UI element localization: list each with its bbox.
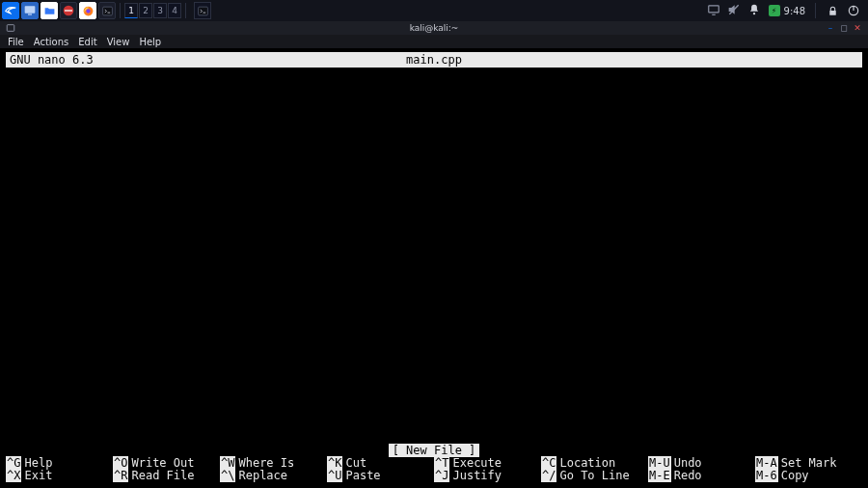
nano-editor-area[interactable] <box>6 68 862 444</box>
svg-rect-1 <box>28 14 32 14</box>
menu-view[interactable]: View <box>107 37 130 47</box>
nano-shortcut-key: M-A <box>755 456 778 470</box>
nano-shortcut-key: ^/ <box>541 469 556 482</box>
nano-shortcut: ^UPaste <box>327 470 434 482</box>
nano-shortcut-key: ^T <box>434 456 449 470</box>
volume-muted-icon[interactable] <box>726 2 742 19</box>
notifications-icon[interactable] <box>747 3 761 18</box>
nano-shortcut: ^\Replace <box>220 470 327 482</box>
power-icon <box>847 4 860 17</box>
nano-shortcut-label: Redo <box>674 469 702 482</box>
nano-shortcut-label: Read File <box>131 469 194 482</box>
taskbar-running-terminal[interactable] <box>194 2 211 19</box>
menu-help[interactable]: Help <box>139 37 161 47</box>
nano-shortcut-column: ^TExecute^JJustify <box>434 457 541 482</box>
nano-shortcut-key: ^O <box>113 456 128 470</box>
file-manager-button[interactable] <box>41 2 58 19</box>
nano-filename: main.cpp <box>406 53 462 67</box>
kali-logo-icon <box>4 4 17 17</box>
nano-shortcut-label: Go To Line <box>559 469 629 482</box>
nano-shortcut-column: M-UUndoM-ERedo <box>648 457 755 482</box>
svg-rect-3 <box>65 10 72 11</box>
firefox-button[interactable] <box>79 2 96 19</box>
svg-rect-8 <box>708 6 719 13</box>
nano-status-line: [ New File ] <box>6 444 862 457</box>
nano-shortcut-label: Undo <box>674 456 702 470</box>
nano-status-text: [ New File ] <box>389 444 480 457</box>
svg-rect-0 <box>25 6 36 13</box>
menu-file[interactable]: File <box>8 37 24 47</box>
clock-time: 9:48 <box>784 6 805 16</box>
nano-shortcut: ^/Go To Line <box>541 470 648 482</box>
nano-shortcut-label: Exit <box>24 469 52 482</box>
nano-shortcut-label: Cut <box>345 456 366 470</box>
window-maximize-button[interactable]: ◻ <box>839 23 849 33</box>
no-entry-icon <box>61 3 76 18</box>
nano-shortcut: ^RRead File <box>113 470 220 482</box>
window-close-button[interactable]: ✕ <box>853 23 862 33</box>
nano-shortcut-label: Write Out <box>131 456 194 470</box>
show-desktop-button[interactable] <box>21 2 39 19</box>
svg-rect-10 <box>829 10 836 14</box>
nano-shortcut-label: Help <box>24 456 52 470</box>
lock-screen-button[interactable] <box>826 4 839 17</box>
nano-titlebar: GNU nano 6.3 main.cpp <box>6 52 862 68</box>
svg-rect-7 <box>198 7 207 15</box>
nano-shortcut-column: M-ASet MarkM-6Copy <box>755 457 862 482</box>
clock-widget[interactable]: ⚡ 9:48 <box>769 5 805 16</box>
workspace-2[interactable]: 2 <box>139 3 152 18</box>
nano-shortcut-bar: ^GHelp^XExit^OWrite Out^RRead File^WWher… <box>6 457 862 482</box>
terminal-icon <box>197 5 209 17</box>
nano-shortcut-label: Replace <box>238 469 287 482</box>
nano-shortcut-key: ^R <box>113 469 128 482</box>
nano-shortcut-column: ^WWhere Is^\Replace <box>220 457 327 482</box>
nano-shortcut-key: M-U <box>648 456 671 470</box>
nano-shortcut-column: ^GHelp^XExit <box>6 457 113 482</box>
nano-shortcut-label: Justify <box>452 469 502 482</box>
window-app-icon <box>6 23 15 33</box>
lock-icon <box>827 5 839 17</box>
nano-shortcut: M-ERedo <box>648 470 755 482</box>
taskbar-separator <box>185 3 186 18</box>
start-menu-button[interactable] <box>2 2 19 19</box>
terminal-menubar: File Actions Edit View Help <box>0 35 868 48</box>
nano-shortcut-label: Execute <box>452 456 502 470</box>
terminal-icon <box>101 5 114 17</box>
nano-shortcut-key: ^X <box>6 469 21 482</box>
svg-point-9 <box>752 13 754 14</box>
window-minimize-button[interactable]: – <box>826 23 835 33</box>
nano-shortcut-key: M-E <box>648 469 671 482</box>
nano-shortcut-key: ^C <box>541 456 556 470</box>
taskbar-separator <box>120 3 121 18</box>
desktop-icon <box>22 3 38 18</box>
system-tray <box>707 2 761 19</box>
svg-rect-6 <box>102 7 112 15</box>
nano-shortcut-column: ^CLocation^/Go To Line <box>541 457 648 482</box>
nano-shortcut-label: Where Is <box>238 456 294 470</box>
nano-shortcut-label: Paste <box>345 469 380 482</box>
menu-edit[interactable]: Edit <box>78 37 96 47</box>
workspace-4[interactable]: 4 <box>168 3 181 18</box>
nano-shortcut-label: Copy <box>781 469 809 482</box>
menu-actions[interactable]: Actions <box>34 37 69 47</box>
firefox-icon <box>82 5 95 17</box>
nano-version: GNU nano 6.3 <box>10 53 94 67</box>
battery-icon: ⚡ <box>769 5 780 16</box>
nano-shortcut-label: Set Mark <box>781 456 837 470</box>
terminal-launcher-button[interactable] <box>98 2 116 19</box>
terminal-viewport[interactable]: GNU nano 6.3 main.cpp [ New File ] ^GHel… <box>0 48 868 488</box>
nano-shortcut-key: ^J <box>434 469 449 482</box>
nano-shortcut-column: ^KCut^UPaste <box>327 457 434 482</box>
workspace-1[interactable]: 1 <box>124 3 138 18</box>
nano-shortcut: ^GHelp <box>6 457 113 470</box>
window-titlebar[interactable]: kali@kali:~ – ◻ ✕ <box>0 21 868 35</box>
nano-shortcut-key: ^\ <box>220 469 235 482</box>
no-entry-button[interactable] <box>60 2 77 19</box>
nano-shortcut-key: ^K <box>327 456 342 470</box>
workspace-3[interactable]: 3 <box>153 3 167 18</box>
power-button[interactable] <box>847 4 860 17</box>
taskbar: 1 2 3 4 ⚡ 9:48 <box>0 0 868 21</box>
svg-rect-12 <box>7 25 14 32</box>
svg-point-5 <box>86 9 90 13</box>
display-icon[interactable] <box>707 3 720 18</box>
